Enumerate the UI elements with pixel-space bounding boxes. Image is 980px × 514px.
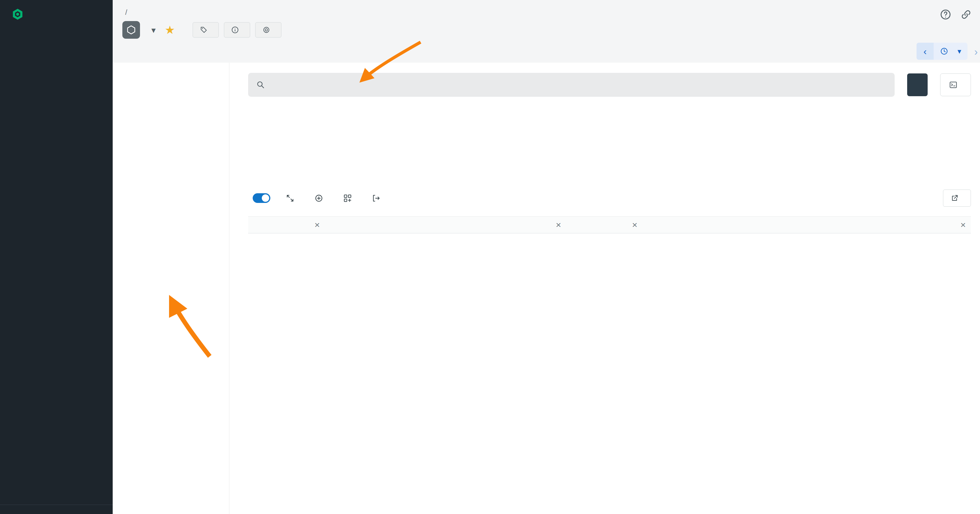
entity-subnav: [113, 63, 229, 514]
add-column-button[interactable]: [315, 194, 328, 203]
close-icon[interactable]: ×: [556, 220, 561, 229]
header-utility-icons: [940, 8, 972, 21]
expand-table-button[interactable]: [286, 194, 299, 203]
column-header-label[interactable]: ×: [566, 220, 643, 229]
log-query-input[interactable]: [271, 80, 881, 89]
metadata-button[interactable]: [224, 22, 250, 38]
favorite-star-icon[interactable]: ★: [165, 23, 175, 37]
page-header: / ▾ ★: [113, 0, 980, 63]
close-icon[interactable]: ×: [960, 220, 966, 229]
clock-icon: [940, 47, 948, 56]
chevron-down-icon: ▾: [958, 47, 961, 56]
logs-toolbar: [248, 189, 971, 207]
query-logs-button[interactable]: [907, 73, 928, 96]
sidebar-footer: [0, 504, 113, 514]
new-relic-logo[interactable]: [0, 0, 113, 29]
add-to-dashboard-button[interactable]: [343, 194, 356, 203]
logs-content: × × × ×: [229, 63, 980, 514]
search-icon: [256, 80, 265, 89]
close-icon[interactable]: ×: [315, 220, 320, 229]
hexagon-icon: [126, 25, 136, 35]
open-in-logs-button[interactable]: [943, 189, 971, 207]
workloads-icon: [262, 26, 270, 34]
line-chart: [248, 114, 971, 171]
new-relic-logo-icon: [11, 8, 24, 21]
help-icon[interactable]: [940, 8, 951, 21]
time-forward-button[interactable]: ›: [974, 46, 978, 58]
log-search-bar: [248, 73, 895, 97]
time-picker[interactable]: ‹ ▾: [916, 43, 967, 60]
entity-avatar: [123, 21, 140, 39]
tag-icon: [200, 26, 208, 34]
table-header: × × × ×: [248, 216, 971, 233]
logs-table: × × × ×: [248, 216, 971, 233]
nrql-icon: [949, 81, 958, 89]
tags-button[interactable]: [192, 22, 219, 38]
column-header-event[interactable]: ×: [325, 220, 566, 229]
global-sidebar: [0, 0, 113, 514]
body-row: × × × ×: [113, 63, 980, 514]
external-link-icon: [951, 194, 959, 202]
plus-circle-icon: [315, 194, 323, 203]
entity-title-row: ▾ ★: [123, 21, 282, 39]
dashboard-add-icon: [343, 194, 352, 203]
breadcrumb: /: [123, 8, 130, 17]
query-row: [248, 73, 971, 97]
workloads-button[interactable]: [255, 22, 282, 38]
logs-timeline-chart: [248, 114, 971, 174]
expand-logs-toggle-group: [248, 193, 270, 203]
chevron-down-icon[interactable]: ▾: [151, 25, 156, 35]
expand-icon: [286, 194, 294, 203]
nrql-button[interactable]: [940, 73, 971, 96]
export-button[interactable]: [372, 194, 385, 203]
permalink-icon[interactable]: [960, 8, 972, 21]
time-back-button[interactable]: ‹: [916, 43, 934, 60]
app-root: / ▾ ★: [0, 0, 980, 514]
global-nav: [0, 29, 113, 30]
close-icon[interactable]: ×: [632, 220, 637, 229]
main-column: / ▾ ★: [113, 0, 980, 514]
export-icon: [372, 194, 381, 203]
entity-actions: [192, 22, 282, 38]
column-header-timestamp[interactable]: ×: [248, 220, 325, 229]
info-icon: [231, 26, 239, 34]
column-header-request-client-ip[interactable]: ×: [643, 220, 971, 229]
expand-logs-toggle[interactable]: [253, 193, 270, 203]
